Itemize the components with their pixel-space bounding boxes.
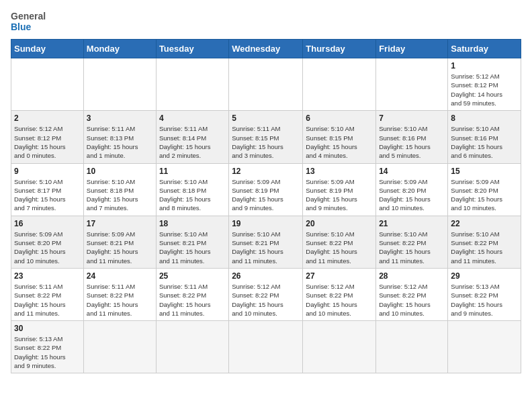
calendar-day-cell: 13Sunrise: 5:09 AM Sunset: 8:19 PM Dayli… bbox=[303, 163, 376, 216]
day-number: 15 bbox=[451, 167, 518, 176]
calendar-day-cell: 1Sunrise: 5:12 AM Sunset: 8:12 PM Daylig… bbox=[448, 58, 521, 111]
day-info: Sunrise: 5:10 AM Sunset: 8:16 PM Dayligh… bbox=[451, 124, 518, 160]
day-info: Sunrise: 5:10 AM Sunset: 8:22 PM Dayligh… bbox=[451, 230, 518, 265]
day-number: 27 bbox=[306, 271, 373, 281]
day-info: Sunrise: 5:12 AM Sunset: 8:22 PM Dayligh… bbox=[306, 282, 373, 318]
calendar-day-cell: 17Sunrise: 5:09 AM Sunset: 8:21 PM Dayli… bbox=[83, 216, 156, 268]
day-info: Sunrise: 5:13 AM Sunset: 8:22 PM Dayligh… bbox=[14, 334, 81, 370]
calendar-day-cell: 11Sunrise: 5:10 AM Sunset: 8:18 PM Dayli… bbox=[156, 163, 228, 216]
calendar-day-cell bbox=[229, 58, 303, 111]
calendar-day-cell bbox=[229, 321, 303, 373]
calendar-day-cell: 8Sunrise: 5:10 AM Sunset: 8:16 PM Daylig… bbox=[448, 111, 521, 163]
calendar-day-cell: 19Sunrise: 5:10 AM Sunset: 8:21 PM Dayli… bbox=[229, 216, 303, 268]
calendar-day-cell bbox=[11, 58, 84, 111]
day-number: 11 bbox=[159, 167, 226, 176]
day-number: 2 bbox=[14, 113, 81, 123]
calendar-day-cell: 18Sunrise: 5:10 AM Sunset: 8:21 PM Dayli… bbox=[156, 216, 228, 268]
day-info: Sunrise: 5:09 AM Sunset: 8:21 PM Dayligh… bbox=[87, 230, 153, 265]
calendar-day-cell bbox=[156, 58, 228, 111]
day-number: 14 bbox=[379, 167, 445, 176]
calendar-week-row: 23Sunrise: 5:11 AM Sunset: 8:22 PM Dayli… bbox=[11, 268, 521, 320]
day-number: 13 bbox=[306, 167, 373, 176]
day-number: 16 bbox=[14, 219, 81, 228]
calendar-day-cell: 14Sunrise: 5:09 AM Sunset: 8:20 PM Dayli… bbox=[376, 163, 448, 216]
day-number: 4 bbox=[159, 113, 226, 123]
day-info: Sunrise: 5:10 AM Sunset: 8:22 PM Dayligh… bbox=[306, 230, 373, 265]
day-info: Sunrise: 5:09 AM Sunset: 8:20 PM Dayligh… bbox=[451, 177, 518, 213]
day-number: 30 bbox=[14, 324, 81, 333]
header-thursday: Thursday bbox=[303, 40, 376, 58]
day-number: 18 bbox=[159, 219, 226, 228]
calendar-table: SundayMondayTuesdayWednesdayThursdayFrid… bbox=[11, 39, 521, 373]
day-number: 7 bbox=[379, 113, 445, 123]
day-number: 8 bbox=[451, 113, 518, 123]
day-info: Sunrise: 5:11 AM Sunset: 8:15 PM Dayligh… bbox=[232, 124, 300, 160]
calendar-day-cell bbox=[448, 321, 521, 373]
day-info: Sunrise: 5:10 AM Sunset: 8:15 PM Dayligh… bbox=[306, 124, 373, 160]
day-info: Sunrise: 5:11 AM Sunset: 8:22 PM Dayligh… bbox=[87, 282, 153, 318]
day-info: Sunrise: 5:12 AM Sunset: 8:22 PM Dayligh… bbox=[232, 282, 300, 318]
day-info: Sunrise: 5:10 AM Sunset: 8:16 PM Dayligh… bbox=[379, 124, 445, 160]
day-number: 21 bbox=[379, 219, 445, 228]
day-number: 5 bbox=[232, 113, 300, 123]
calendar-day-cell: 4Sunrise: 5:11 AM Sunset: 8:14 PM Daylig… bbox=[156, 111, 228, 163]
calendar-day-cell: 21Sunrise: 5:10 AM Sunset: 8:22 PM Dayli… bbox=[376, 216, 448, 268]
day-info: Sunrise: 5:12 AM Sunset: 8:12 PM Dayligh… bbox=[14, 124, 81, 160]
day-number: 25 bbox=[159, 271, 226, 281]
calendar-day-cell: 12Sunrise: 5:09 AM Sunset: 8:19 PM Dayli… bbox=[229, 163, 303, 216]
calendar-day-cell bbox=[303, 58, 376, 111]
day-number: 3 bbox=[87, 113, 153, 123]
calendar-day-cell: 15Sunrise: 5:09 AM Sunset: 8:20 PM Dayli… bbox=[448, 163, 521, 216]
calendar-header-row: SundayMondayTuesdayWednesdayThursdayFrid… bbox=[11, 40, 521, 58]
day-number: 22 bbox=[451, 219, 518, 228]
day-info: Sunrise: 5:09 AM Sunset: 8:19 PM Dayligh… bbox=[232, 177, 300, 213]
day-info: Sunrise: 5:11 AM Sunset: 8:22 PM Dayligh… bbox=[14, 282, 81, 318]
calendar-day-cell: 2Sunrise: 5:12 AM Sunset: 8:12 PM Daylig… bbox=[11, 111, 84, 163]
day-info: Sunrise: 5:10 AM Sunset: 8:21 PM Dayligh… bbox=[159, 230, 226, 265]
calendar-week-row: 16Sunrise: 5:09 AM Sunset: 8:20 PM Dayli… bbox=[11, 216, 521, 268]
day-info: Sunrise: 5:11 AM Sunset: 8:13 PM Dayligh… bbox=[87, 124, 153, 160]
calendar-day-cell: 29Sunrise: 5:13 AM Sunset: 8:22 PM Dayli… bbox=[448, 268, 521, 320]
day-info: Sunrise: 5:09 AM Sunset: 8:19 PM Dayligh… bbox=[306, 177, 373, 213]
calendar-day-cell: 30Sunrise: 5:13 AM Sunset: 8:22 PM Dayli… bbox=[11, 321, 84, 373]
calendar-day-cell: 25Sunrise: 5:11 AM Sunset: 8:22 PM Dayli… bbox=[156, 268, 228, 320]
day-info: Sunrise: 5:10 AM Sunset: 8:18 PM Dayligh… bbox=[159, 177, 226, 213]
calendar-day-cell: 10Sunrise: 5:10 AM Sunset: 8:18 PM Dayli… bbox=[83, 163, 156, 216]
day-info: Sunrise: 5:10 AM Sunset: 8:18 PM Dayligh… bbox=[87, 177, 153, 213]
day-info: Sunrise: 5:09 AM Sunset: 8:20 PM Dayligh… bbox=[379, 177, 445, 213]
header-monday: Monday bbox=[83, 40, 156, 58]
calendar-day-cell: 24Sunrise: 5:11 AM Sunset: 8:22 PM Dayli… bbox=[83, 268, 156, 320]
header-sunday: Sunday bbox=[11, 40, 84, 58]
day-info: Sunrise: 5:11 AM Sunset: 8:22 PM Dayligh… bbox=[159, 282, 226, 318]
day-number: 6 bbox=[306, 113, 373, 123]
day-number: 23 bbox=[14, 271, 81, 281]
header-tuesday: Tuesday bbox=[156, 40, 228, 58]
calendar-day-cell: 6Sunrise: 5:10 AM Sunset: 8:15 PM Daylig… bbox=[303, 111, 376, 163]
day-number: 9 bbox=[14, 167, 81, 176]
day-number: 10 bbox=[87, 167, 153, 176]
day-number: 1 bbox=[451, 61, 518, 71]
logo: GeneralBlue bbox=[11, 11, 46, 32]
calendar-day-cell: 3Sunrise: 5:11 AM Sunset: 8:13 PM Daylig… bbox=[83, 111, 156, 163]
calendar-day-cell: 26Sunrise: 5:12 AM Sunset: 8:22 PM Dayli… bbox=[229, 268, 303, 320]
calendar-day-cell: 23Sunrise: 5:11 AM Sunset: 8:22 PM Dayli… bbox=[11, 268, 84, 320]
day-info: Sunrise: 5:10 AM Sunset: 8:21 PM Dayligh… bbox=[232, 230, 300, 265]
day-number: 24 bbox=[87, 271, 153, 281]
calendar-week-row: 1Sunrise: 5:12 AM Sunset: 8:12 PM Daylig… bbox=[11, 58, 521, 111]
day-number: 19 bbox=[232, 219, 300, 228]
day-number: 29 bbox=[451, 271, 518, 281]
day-number: 20 bbox=[306, 219, 373, 228]
calendar-day-cell: 20Sunrise: 5:10 AM Sunset: 8:22 PM Dayli… bbox=[303, 216, 376, 268]
day-number: 26 bbox=[232, 271, 300, 281]
day-info: Sunrise: 5:09 AM Sunset: 8:20 PM Dayligh… bbox=[14, 230, 81, 265]
day-number: 28 bbox=[379, 271, 445, 281]
calendar-day-cell bbox=[83, 58, 156, 111]
calendar-week-row: 9Sunrise: 5:10 AM Sunset: 8:17 PM Daylig… bbox=[11, 163, 521, 216]
calendar-day-cell: 28Sunrise: 5:12 AM Sunset: 8:22 PM Dayli… bbox=[376, 268, 448, 320]
calendar-day-cell: 16Sunrise: 5:09 AM Sunset: 8:20 PM Dayli… bbox=[11, 216, 84, 268]
day-info: Sunrise: 5:13 AM Sunset: 8:22 PM Dayligh… bbox=[451, 282, 518, 318]
calendar-day-cell: 5Sunrise: 5:11 AM Sunset: 8:15 PM Daylig… bbox=[229, 111, 303, 163]
calendar-week-row: 30Sunrise: 5:13 AM Sunset: 8:22 PM Dayli… bbox=[11, 321, 521, 373]
day-info: Sunrise: 5:12 AM Sunset: 8:12 PM Dayligh… bbox=[451, 72, 518, 107]
calendar-week-row: 2Sunrise: 5:12 AM Sunset: 8:12 PM Daylig… bbox=[11, 111, 521, 163]
